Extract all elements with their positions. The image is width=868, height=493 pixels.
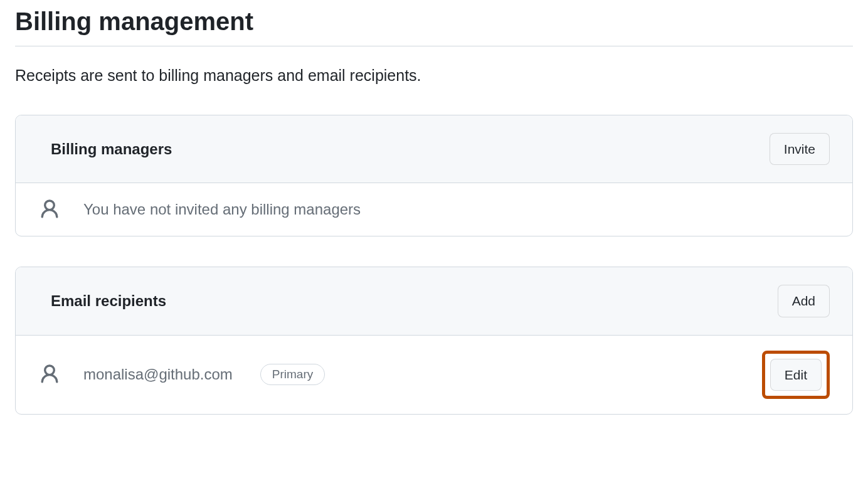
email-recipients-panel: Email recipients Add monalisa@github.com… [15,267,853,415]
page-title: Billing management [15,8,853,46]
billing-managers-empty-text: You have not invited any billing manager… [83,201,361,218]
person-icon [38,198,61,221]
person-icon [38,363,61,386]
edit-highlight: Edit [762,351,830,399]
recipient-email: monalisa@github.com [83,366,233,383]
invite-button[interactable]: Invite [770,133,830,165]
page-description: Receipts are sent to billing managers an… [15,66,853,85]
email-recipients-heading: Email recipients [51,292,166,310]
billing-managers-body: You have not invited any billing manager… [16,183,852,236]
edit-button[interactable]: Edit [770,359,822,391]
billing-managers-panel: Billing managers Invite You have not inv… [15,115,853,236]
billing-managers-heading: Billing managers [51,140,172,158]
email-recipients-header: Email recipients Add [16,267,852,335]
billing-managers-header: Billing managers Invite [16,115,852,183]
email-recipient-row: monalisa@github.com Primary Edit [16,336,852,414]
add-button[interactable]: Add [778,285,830,317]
primary-badge: Primary [260,364,325,385]
